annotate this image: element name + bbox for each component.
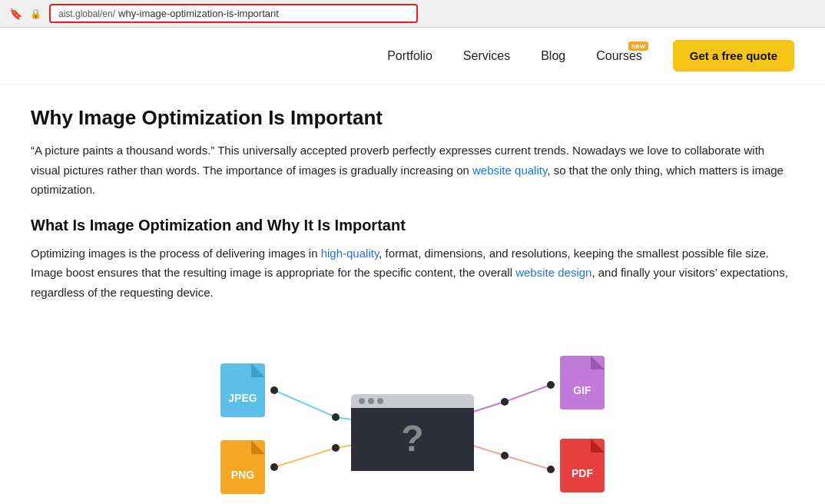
svg-text:PNG: PNG xyxy=(231,469,254,481)
article-content: Why Image Optimization Is Important “A p… xyxy=(0,85,825,340)
lock-icon: 🔒 xyxy=(30,8,41,19)
png-file-icon: PNG xyxy=(220,440,265,494)
svg-point-10 xyxy=(501,452,509,459)
svg-point-7 xyxy=(501,398,509,406)
article-intro: “A picture paints a thousand words.” Thi… xyxy=(31,141,794,200)
bookmark-icon: 🔖 xyxy=(9,8,22,20)
high-quality-link[interactable]: high-quality xyxy=(321,247,379,260)
nav-portfolio[interactable]: Portfolio xyxy=(387,49,432,63)
svg-text:PDF: PDF xyxy=(572,467,593,479)
article-title: Why Image Optimization Is Important xyxy=(31,106,794,130)
svg-text:GIF: GIF xyxy=(573,384,591,396)
svg-text:?: ? xyxy=(401,418,423,459)
svg-point-15 xyxy=(368,398,374,404)
svg-point-8 xyxy=(547,381,555,389)
svg-point-14 xyxy=(359,398,365,404)
section-title: What Is Image Optimization and Why It Is… xyxy=(31,217,794,234)
nav-services[interactable]: Services xyxy=(463,49,510,63)
svg-rect-13 xyxy=(351,403,474,408)
nav-blog[interactable]: Blog xyxy=(541,49,565,63)
cta-button[interactable]: Get a free quote xyxy=(673,40,794,71)
svg-point-1 xyxy=(332,413,340,421)
pdf-file-icon: PDF xyxy=(560,439,605,492)
url-bar[interactable]: aist.global/en/why-image-optimization-is… xyxy=(49,4,418,23)
browser-chrome: 🔖 🔒 aist.global/en/why-image-optimizatio… xyxy=(0,0,825,28)
nav-courses[interactable]: Courses xyxy=(596,49,642,62)
svg-point-4 xyxy=(332,444,340,452)
svg-text:JPEG: JPEG xyxy=(228,392,257,404)
svg-point-11 xyxy=(547,466,555,473)
nav-courses-container: Courses new xyxy=(596,49,642,63)
svg-point-16 xyxy=(377,398,383,404)
svg-point-3 xyxy=(270,463,278,471)
nav-links: Portfolio Services Blog Courses new xyxy=(387,49,642,63)
website-design-link[interactable]: website design xyxy=(515,266,591,279)
website-quality-link[interactable]: website quality xyxy=(472,164,547,177)
illustration: ? JPEG PNG GIF PDF xyxy=(0,340,825,502)
gif-file-icon: GIF xyxy=(560,356,605,410)
article-body: Optimizing images is the process of deli… xyxy=(31,244,794,303)
new-badge: new xyxy=(628,41,648,51)
url-prefix: aist.global/en/ xyxy=(58,8,115,19)
jpeg-file-icon: JPEG xyxy=(220,363,265,417)
navbar: Portfolio Services Blog Courses new Get … xyxy=(0,28,825,85)
svg-point-0 xyxy=(270,386,278,394)
url-path: why-image-optimization-is-important xyxy=(118,8,279,19)
illustration-svg: ? JPEG PNG GIF PDF xyxy=(197,348,628,502)
